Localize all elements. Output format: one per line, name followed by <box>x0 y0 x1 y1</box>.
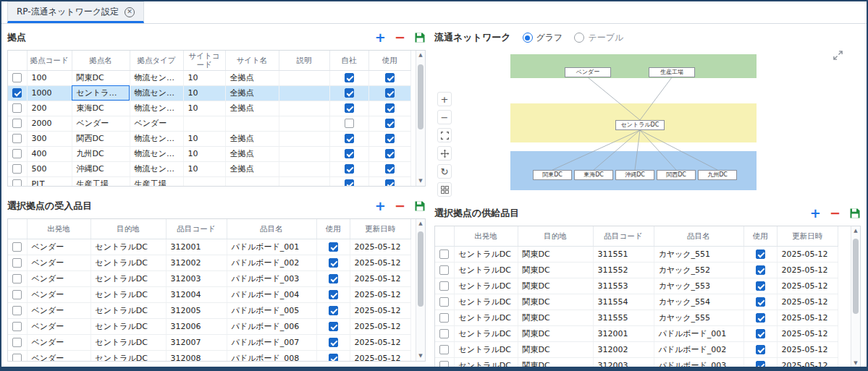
table-cell[interactable]: 2025-05-12 <box>350 270 410 286</box>
checkbox[interactable] <box>12 88 22 98</box>
table-cell[interactable]: 312005 <box>166 302 227 318</box>
column-header[interactable]: 拠点タイプ <box>130 51 183 70</box>
table-cell[interactable]: 2025-05-12 <box>350 302 410 318</box>
table-cell[interactable] <box>368 146 410 161</box>
checkbox[interactable] <box>385 88 395 98</box>
table-cell[interactable]: パドルボード_007 <box>227 334 316 350</box>
pan-button[interactable] <box>437 146 452 161</box>
checkbox[interactable] <box>756 345 765 354</box>
radio-graph-view[interactable]: グラフ <box>523 32 563 44</box>
table-cell[interactable]: セントラルDC <box>90 270 166 286</box>
table-cell[interactable]: パドルボード_001 <box>227 239 316 255</box>
table-cell[interactable] <box>279 85 329 101</box>
row-select-cell[interactable] <box>8 302 27 318</box>
table-cell[interactable]: 312008 <box>166 350 227 362</box>
row-select-cell[interactable] <box>435 341 454 357</box>
checkbox[interactable] <box>385 164 395 174</box>
table-cell[interactable] <box>279 101 329 116</box>
table-cell[interactable] <box>329 146 368 161</box>
table-cell[interactable]: セントラルDC <box>90 350 166 362</box>
checkbox[interactable] <box>439 345 449 354</box>
row-select-cell[interactable] <box>435 325 454 341</box>
table-cell[interactable] <box>329 131 368 146</box>
checkbox[interactable] <box>12 354 22 362</box>
table-cell[interactable]: 500 <box>27 161 72 176</box>
remove-inbound-item-button[interactable]: − <box>395 200 405 213</box>
bases-vertical-scrollbar[interactable]: ▲ ▼ <box>416 51 425 186</box>
table-cell[interactable] <box>225 176 279 187</box>
table-row[interactable]: ベンダーセントラルDC312001パドルボード_0012025-05-12 <box>8 239 410 255</box>
row-select-cell[interactable] <box>8 286 27 302</box>
table-cell[interactable] <box>743 294 777 310</box>
table-cell[interactable]: 関東DC <box>518 278 593 294</box>
table-cell[interactable]: 全拠点 <box>225 101 279 116</box>
table-row[interactable]: セントラルDC関東DC311555カヤック_5552025-05-12 <box>435 310 838 325</box>
table-cell[interactable]: 関東DC <box>518 341 593 357</box>
table-cell[interactable]: パドルボード_005 <box>227 302 316 318</box>
table-cell[interactable]: 10 <box>183 70 225 85</box>
table-cell[interactable]: セントラルDC <box>90 286 166 302</box>
checkbox[interactable] <box>439 281 449 291</box>
table-cell[interactable]: 2025-05-12 <box>350 318 410 334</box>
table-cell[interactable]: セントラルDC <box>454 294 518 310</box>
row-select-cell[interactable] <box>8 334 27 350</box>
checkbox[interactable] <box>345 119 354 128</box>
table-cell[interactable]: 311555 <box>593 310 654 325</box>
table-cell[interactable]: カヤック_551 <box>654 246 743 262</box>
scroll-up-icon[interactable]: ▲ <box>851 226 860 236</box>
table-cell[interactable] <box>368 101 410 116</box>
table-cell[interactable]: 東海DC <box>72 101 130 116</box>
table-cell[interactable]: 全拠点 <box>225 85 279 101</box>
table-cell[interactable]: 生産工場 <box>72 176 130 187</box>
table-cell[interactable] <box>743 246 777 262</box>
checkbox[interactable] <box>756 281 765 291</box>
checkbox[interactable] <box>385 179 395 187</box>
table-cell[interactable]: セントラルDC <box>90 255 166 270</box>
table-row[interactable]: ベンダーセントラルDC312008パドルボード_0082025-05-12 <box>8 350 410 362</box>
table-cell[interactable] <box>225 116 279 131</box>
table-cell[interactable] <box>329 101 368 116</box>
table-cell[interactable] <box>743 325 777 341</box>
table-cell[interactable]: 関東DC <box>72 70 130 85</box>
table-cell[interactable]: 2025-05-12 <box>777 310 838 325</box>
table-cell[interactable]: 312003 <box>166 270 227 286</box>
table-cell[interactable]: 2025-05-12 <box>777 262 838 278</box>
table-cell[interactable] <box>279 131 329 146</box>
table-cell[interactable]: セントラルDC <box>454 357 518 369</box>
checkbox[interactable] <box>345 149 354 158</box>
table-row[interactable]: ベンダーセントラルDC312004パドルボード_0042025-05-12 <box>8 286 410 302</box>
table-cell[interactable]: 10 <box>183 161 225 176</box>
table-cell[interactable]: カヤック_555 <box>654 310 743 325</box>
table-cell[interactable]: セントラルDC <box>90 302 166 318</box>
table-cell[interactable]: 312002 <box>166 255 227 270</box>
table-cell[interactable]: 生産工場 <box>130 176 183 187</box>
table-cell[interactable]: セントラルDC <box>454 246 518 262</box>
table-cell[interactable] <box>316 302 350 318</box>
graph-node[interactable]: 生産工場 <box>649 67 695 77</box>
table-cell[interactable]: 関東DC <box>518 294 593 310</box>
checkbox[interactable] <box>756 265 765 275</box>
checkbox[interactable] <box>329 290 338 299</box>
table-row[interactable]: セントラルDC関東DC312002パドルボード_0022025-05-12 <box>435 341 838 357</box>
checkbox[interactable] <box>12 322 22 331</box>
checkbox[interactable] <box>329 322 338 331</box>
column-header[interactable]: 更新日時 <box>777 226 838 246</box>
table-cell[interactable]: 10 <box>183 131 225 146</box>
table-cell[interactable]: ベンダー <box>27 350 90 362</box>
column-header[interactable]: 品目名 <box>227 219 316 239</box>
row-select-cell[interactable] <box>435 278 454 294</box>
save-bases-button[interactable] <box>414 32 426 43</box>
table-cell[interactable] <box>316 286 350 302</box>
table-cell[interactable]: 関東DC <box>518 262 593 278</box>
checkbox[interactable] <box>345 73 354 82</box>
checkbox[interactable] <box>329 242 338 252</box>
scroll-up-icon[interactable]: ▲ <box>416 219 425 229</box>
table-cell[interactable]: カヤック_552 <box>654 262 743 278</box>
row-select-cell[interactable] <box>8 255 27 270</box>
table-cell[interactable]: 関東DC <box>518 246 593 262</box>
table-cell[interactable] <box>316 334 350 350</box>
table-cell[interactable]: 300 <box>27 131 72 146</box>
column-header[interactable]: 使用 <box>743 226 777 246</box>
row-select-cell[interactable] <box>435 310 454 325</box>
checkbox[interactable] <box>329 258 338 268</box>
